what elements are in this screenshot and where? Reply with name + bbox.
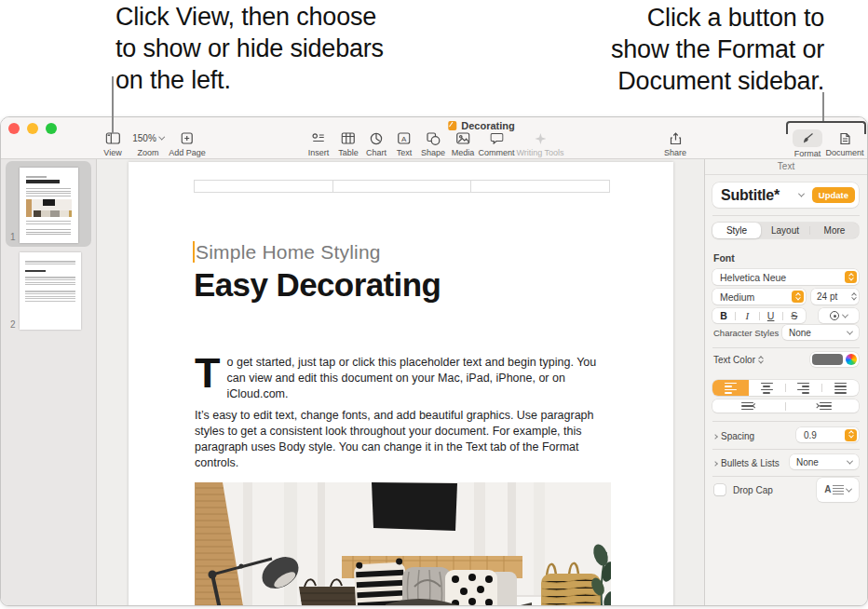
strikethrough-button[interactable]: S [783,310,806,321]
close-button[interactable] [8,123,20,134]
table-icon [338,130,359,146]
header-cell[interactable] [470,180,610,193]
room-photo[interactable] [195,482,611,606]
text-color-label: Text Color [713,355,755,365]
drop-cap-letter: T [195,358,221,389]
thumb-text-lines [26,187,71,196]
style-tabs: Style Layout More [712,223,859,238]
tab-layout[interactable]: Layout [761,225,809,236]
tab-style[interactable]: Style [712,223,761,238]
stepper-icon[interactable] [845,271,857,283]
drop-cap-style-select[interactable]: A [817,478,859,502]
photo-wall-art [372,482,457,531]
pages-app-window: Decorating View 150% Zoom Add Page Inser… [0,116,868,606]
body-paragraph-2[interactable]: It’s easy to edit text, change fonts, an… [195,408,614,471]
drop-cap-preview-icon: A [824,485,844,494]
page-thumbnail-2[interactable] [20,252,81,330]
color-wheel-icon[interactable] [846,354,857,365]
media-icon [452,130,475,146]
paragraph-style-selector[interactable]: Subtitle* Update [712,183,859,208]
table-button[interactable]: Table [338,130,359,157]
add-page-button[interactable]: Add Page [169,130,206,157]
text-color-well[interactable] [810,352,859,367]
align-justify-button[interactable] [822,383,859,394]
underline-button[interactable]: U [760,310,782,321]
align-left-button[interactable] [712,380,749,396]
bullets-select[interactable]: None [790,454,859,469]
drop-cap-checkbox[interactable] [714,484,726,495]
annotation-left: Click View, then choose to show or hide … [115,1,384,96]
divider [712,215,860,216]
svg-text:A: A [401,135,407,143]
align-center-button[interactable] [749,383,785,394]
header-cell[interactable] [194,180,333,193]
spacing-select[interactable]: 0.9 [796,427,859,442]
font-size-field[interactable]: 24 pt [811,289,859,304]
view-button[interactable]: View [103,130,121,157]
page-number: 1 [10,232,16,242]
header-table[interactable] [195,180,610,193]
font-style-buttons: B I U S [712,308,806,323]
drop-cap-row: Drop Cap [714,484,773,495]
annotation-bracket [786,121,866,134]
document-subtitle[interactable]: Simple Home Styling [196,241,381,264]
zoom-window-button[interactable] [46,123,57,134]
text-button[interactable]: A Text [397,130,413,157]
text-options-button[interactable] [819,308,859,323]
thumb-text-lines [25,290,75,303]
page-thumbnail-1[interactable] [20,168,78,243]
comment-button[interactable]: Comment [478,130,514,157]
bold-button[interactable]: B [712,310,735,321]
outdent-arrow-icon [753,404,757,409]
share-button[interactable]: Share [664,130,686,157]
spacing-row: Spacing [713,431,754,441]
header-cell[interactable] [332,180,472,193]
chart-button[interactable]: Chart [366,130,387,157]
align-right-button[interactable] [786,383,822,394]
document-button[interactable]: Document [825,130,863,157]
format-button[interactable]: Format [793,130,822,158]
chevron-down-icon [842,311,848,318]
annotation-line: Document sidebar. [611,65,824,97]
thumb-text-lines [26,228,71,236]
character-styles-select[interactable]: None [782,325,859,340]
update-style-button[interactable]: Update [812,187,855,203]
annotation-line: Click a button to [611,2,824,34]
stepper-icon[interactable] [792,291,804,303]
pages-thumbnail-sidebar: 1 2 [1,159,97,606]
zoom-control[interactable]: 150% Zoom [132,130,164,157]
disclosure-chevron-icon[interactable] [712,434,718,440]
divider [712,476,860,477]
document-page[interactable]: Simple Home Styling Easy Decorating To g… [129,162,673,606]
stepper-icon[interactable] [852,293,856,301]
body-paragraph-1[interactable]: To get started, just tap or click this p… [195,355,614,402]
font-family-select[interactable]: Helvetica Neue [712,269,859,285]
paragraph-style-name: Subtitle* [721,187,780,204]
shape-button[interactable]: Shape [421,130,445,157]
indent-buttons [712,399,859,413]
media-button[interactable]: Media [452,130,475,157]
text-icon: A [397,130,413,146]
tab-more[interactable]: More [810,225,859,236]
thumb-text-lines [25,276,75,287]
font-weight-select[interactable]: Medium [712,289,806,304]
thumb-title-line [26,180,60,183]
color-swatch[interactable] [812,354,843,365]
italic-button[interactable]: I [736,310,758,321]
stepper-icon[interactable] [845,429,857,441]
minimize-button[interactable] [27,123,38,134]
document-title[interactable]: Easy Decorating [194,266,441,304]
insert-button[interactable]: Insert [308,130,330,157]
annotation-right: Click a button to show the Format or Doc… [611,2,824,97]
writing-tools-button[interactable]: Writing Tools [516,130,563,157]
chevron-down-icon [847,457,853,464]
thumb-subtitle-line [26,176,47,178]
photo-dotted-pillow [445,570,517,606]
chevron-down-icon [847,328,853,334]
pointer-line-left [112,76,114,133]
disclosure-chevron-icon[interactable] [712,461,718,467]
increase-indent-button[interactable] [786,402,859,411]
photo-striped-pillow [353,558,407,606]
decrease-indent-button[interactable] [712,402,785,411]
thumb-text-lines [26,220,71,225]
